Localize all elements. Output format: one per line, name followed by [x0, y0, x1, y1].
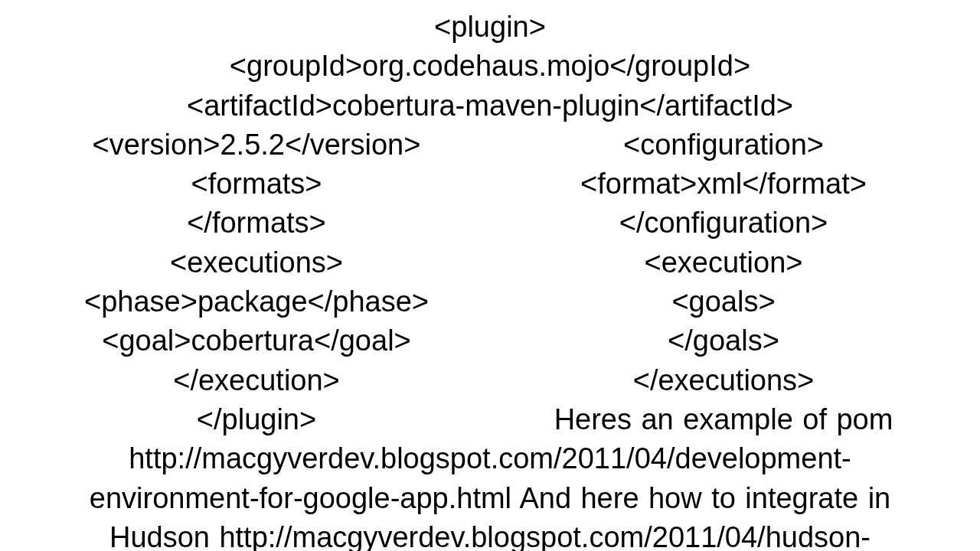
xml-fragment: </configuration>: [490, 204, 957, 243]
xml-line-pair: </formats> </configuration>: [23, 204, 957, 243]
xml-fragment: <configuration>: [490, 126, 957, 165]
xml-fragment: <version>2.5.2</version>: [23, 126, 490, 165]
xml-fragment: <formats>: [23, 165, 490, 204]
xml-fragment: </formats>: [23, 204, 490, 243]
xml-line-pair: <goal>cobertura</goal> </goals>: [23, 321, 957, 360]
xml-line-pair: <version>2.5.2</version> <configuration>: [23, 126, 957, 165]
xml-line: <groupId>org.codehaus.mojo</groupId>: [23, 47, 957, 86]
document-body: <plugin> <groupId>org.codehaus.mojo</gro…: [0, 0, 980, 551]
text-line: environment-for-google-app.html And here…: [23, 479, 957, 518]
xml-fragment: <format>xml</format>: [490, 165, 957, 204]
xml-line: <artifactId>cobertura-maven-plugin</arti…: [23, 86, 957, 126]
xml-fragment: </plugin>: [23, 400, 490, 439]
xml-fragment: </execution>: [23, 361, 490, 400]
xml-fragment: <execution>: [490, 243, 957, 282]
xml-fragment: <executions>: [23, 243, 490, 282]
xml-fragment: <goals>: [490, 282, 957, 321]
url-line: Hudson http://macgyverdev.blogspot.com/2…: [23, 518, 957, 551]
xml-line: <plugin>: [23, 8, 957, 47]
xml-fragment: <goal>cobertura</goal>: [23, 321, 490, 360]
xml-line-pair: <phase>package</phase> <goals>: [23, 282, 957, 321]
xml-fragment: <phase>package</phase>: [23, 282, 490, 321]
url-line: http://macgyverdev.blogspot.com/2011/04/…: [23, 439, 957, 478]
xml-fragment: </executions>: [490, 361, 957, 400]
xml-line-pair: </execution> </executions>: [23, 361, 957, 400]
xml-line-pair: <executions> <execution>: [23, 243, 957, 282]
text-fragment: Heres an example of pom: [490, 400, 957, 439]
xml-fragment: </goals>: [490, 321, 957, 360]
xml-line-pair: </plugin> Heres an example of pom: [23, 400, 957, 439]
xml-line-pair: <formats> <format>xml</format>: [23, 165, 957, 204]
